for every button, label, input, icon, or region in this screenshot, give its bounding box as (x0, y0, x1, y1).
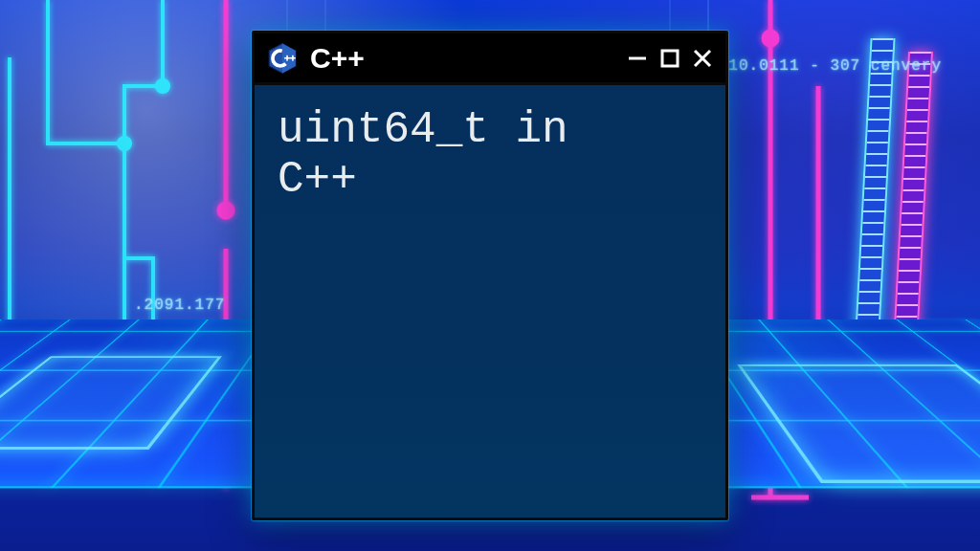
minimize-icon (627, 48, 648, 69)
floor-tile (0, 356, 223, 449)
content-line: uint64_t in (278, 105, 568, 155)
terminal-window: C++ uint64_t in C++ (252, 31, 728, 520)
svg-point-2 (157, 80, 168, 92)
window-controls (626, 47, 714, 70)
svg-point-4 (764, 32, 777, 45)
svg-point-3 (219, 204, 233, 217)
terminal-content: uint64_t in C++ (255, 85, 725, 518)
titlebar[interactable]: C++ (255, 33, 725, 85)
maximize-icon (659, 48, 680, 69)
window-title: C++ (310, 42, 365, 75)
close-button[interactable] (691, 47, 714, 70)
svg-rect-10 (284, 56, 290, 58)
cpp-logo-icon (266, 42, 299, 75)
floor-tile (737, 364, 980, 483)
svg-rect-12 (290, 56, 296, 58)
background-scene: .2091.177 10.0111 - 307 cenvery C++ (0, 0, 980, 551)
bg-label-right: 10.0111 - 307 cenvery (728, 57, 942, 75)
maximize-button[interactable] (658, 47, 681, 70)
minimize-button[interactable] (626, 47, 649, 70)
svg-point-0 (119, 138, 130, 149)
close-icon (692, 48, 713, 69)
bg-label-left: .2091.177 (134, 297, 225, 314)
content-line: C++ (278, 155, 357, 205)
svg-rect-14 (662, 51, 678, 66)
